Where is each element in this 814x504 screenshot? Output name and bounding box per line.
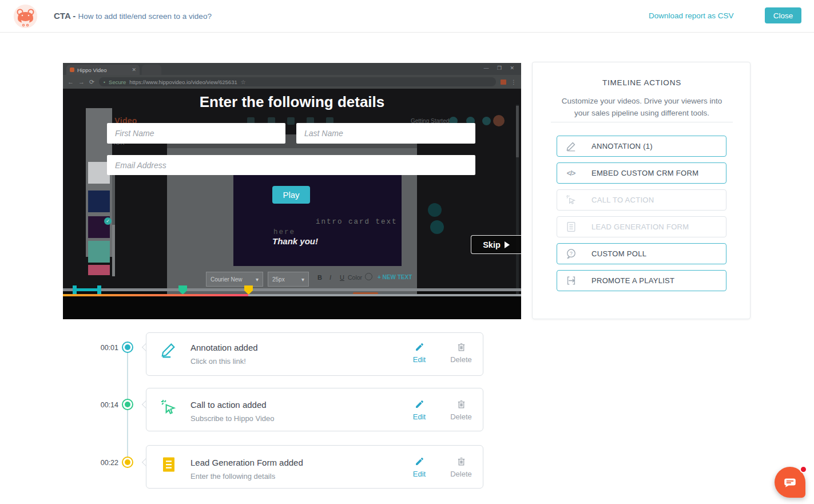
browser-tab: Hippo Video ✕ (66, 65, 140, 75)
bookmark-star-icon: ☆ (241, 79, 246, 85)
report-type-label: CTA - (54, 11, 76, 21)
selected-check-icon: ✓ (104, 217, 112, 225)
promote-playlist-button[interactable]: PROMOTE A PLAYLIST (557, 270, 726, 291)
event-card-cta (146, 388, 483, 431)
embed-crm-form-button[interactable]: </> EMBED CUSTOM CRM FORM (557, 162, 726, 184)
call-to-action-button: CALL TO ACTION (557, 189, 726, 211)
email-input[interactable] (107, 155, 475, 175)
first-name-input[interactable] (107, 123, 285, 144)
font-size-dropdown: 25px▾ (268, 272, 309, 287)
lead-generation-form-button: LEAD GENERATION FORM (557, 216, 726, 237)
chevron-down-icon: ▾ (301, 276, 304, 283)
intro-placeholder-text2: here (273, 228, 295, 236)
event-time: 00:01 (97, 344, 118, 352)
marker-track[interactable] (63, 288, 521, 291)
chevron-down-icon: ▾ (256, 276, 259, 283)
skip-button[interactable]: Skip (471, 235, 521, 254)
notification-dot (800, 466, 807, 473)
event-title: Lead Generation Form added (190, 458, 303, 467)
custom-poll-label: CUSTOM POLL (591, 249, 646, 258)
font-family-dropdown: Courier New▾ (206, 272, 263, 287)
delete-button[interactable]: Delete (446, 399, 476, 421)
theme-thumbnail (88, 265, 110, 275)
back-icon: ← (67, 78, 74, 85)
scrollbar-thumb (516, 106, 519, 157)
player-controls: 0:22 / 0:55 ❚❚■➤ ✎○◆ ↻ (63, 296, 521, 319)
panel-description: Customize your videos. Drive your viewer… (556, 96, 728, 120)
delete-button[interactable]: Delete (446, 457, 476, 478)
call-to-action-label: CALL TO ACTION (591, 196, 654, 204)
page: CTA - How to add title/end screen to a v… (0, 0, 814, 504)
browser-address-bar: ← → ⟳ ▪ Secure https://www.hippovideo.io… (63, 75, 521, 89)
secure-label: Secure (109, 79, 126, 85)
edit-button[interactable]: Edit (407, 399, 432, 421)
new-tab-stub (142, 65, 161, 75)
close-button[interactable]: Close (765, 7, 801, 23)
leadgen-title: Enter the following details (63, 93, 521, 111)
chat-bubble-icon (783, 475, 797, 490)
theme-thumbnail (88, 241, 110, 263)
extension-icon (501, 80, 506, 85)
color-picker-icon (365, 273, 372, 280)
delete-button[interactable]: Delete (446, 342, 476, 364)
bell-icon (482, 117, 491, 125)
new-text-button: + NEW TEXT (378, 274, 412, 280)
favicon (70, 68, 74, 72)
browser-tab-title: Hippo Video (77, 67, 129, 73)
custom-poll-button[interactable]: ? CUSTOM POLL (557, 243, 726, 264)
divider (551, 122, 733, 122)
reload-icon: ⟳ (89, 78, 94, 86)
edit-button[interactable]: Edit (407, 457, 432, 478)
cursor-click-icon (159, 399, 178, 416)
edit-button[interactable]: Edit (407, 342, 432, 364)
play-submit-button[interactable]: Play (272, 186, 310, 204)
top-header: CTA - How to add title/end screen to a v… (0, 0, 814, 33)
event-title: Annotation added (190, 343, 258, 352)
poll-question-icon: ? (565, 248, 577, 259)
browser-tabstrip: Hippo Video ✕ — ❐ ✕ (63, 63, 521, 75)
annotation-button[interactable]: ANNOTATION (1) (557, 136, 726, 157)
event-dot-annotation (122, 342, 133, 353)
embed-crm-label: EMBED CUSTOM CRM FORM (591, 169, 698, 177)
copy-tool-icon (430, 220, 444, 234)
underline-button: U (340, 274, 344, 281)
event-time: 00:22 (97, 459, 118, 467)
promote-playlist-label: PROMOTE A PLAYLIST (591, 276, 674, 285)
annotation-pencil-icon (159, 341, 178, 358)
svg-text:?: ? (570, 251, 573, 256)
event-subtitle: Enter the following details (190, 472, 275, 481)
document-icon (565, 221, 577, 232)
download-csv-link[interactable]: Download report as CSV (649, 11, 734, 20)
event-dot-leadgen (122, 457, 133, 468)
thank-you-text: Thank you! (272, 236, 318, 246)
last-name-input[interactable] (296, 123, 475, 144)
forward-icon: → (78, 78, 85, 85)
event-subtitle: Subscribe to Hippo Video (190, 414, 274, 423)
gif-tool-icon (428, 203, 442, 217)
bold-button: B (317, 274, 322, 281)
page-title: CTA - How to add title/end screen to a v… (54, 11, 212, 21)
document-icon (159, 456, 178, 473)
cursor-click-icon (565, 195, 577, 205)
pencil-icon (565, 141, 577, 152)
lead-generation-label: LEAD GENERATION FORM (591, 223, 689, 231)
code-icon: </> (565, 169, 577, 177)
browser-menu-icon: ⋮ (511, 79, 517, 85)
event-card-annotation (146, 332, 483, 376)
hippo-logo (14, 5, 37, 28)
color-label: Color (348, 274, 362, 281)
url-field: ▪ Secure https://www.hippovideo.io/video… (99, 77, 496, 86)
tab-close-icon: ✕ (132, 67, 136, 73)
intro-placeholder-text: intro card text (316, 218, 398, 226)
range-marker-bar[interactable] (77, 288, 97, 291)
avatar (493, 115, 505, 126)
event-title: Call to action added (190, 400, 267, 410)
video-player: Hippo Video ✕ — ❐ ✕ ← → ⟳ ▪ Secure https… (63, 63, 521, 319)
theme-thumbnail (88, 191, 110, 212)
padlock-icon: ▪ (104, 80, 105, 85)
video-title-link[interactable]: How to add title/end screen to a video? (78, 12, 212, 21)
italic-button: I (329, 274, 331, 281)
url-text: https://www.hippovideo.io/video/view/625… (129, 79, 237, 85)
annotation-label: ANNOTATION (1) (591, 142, 653, 150)
event-subtitle: Click on this link! (190, 357, 246, 366)
